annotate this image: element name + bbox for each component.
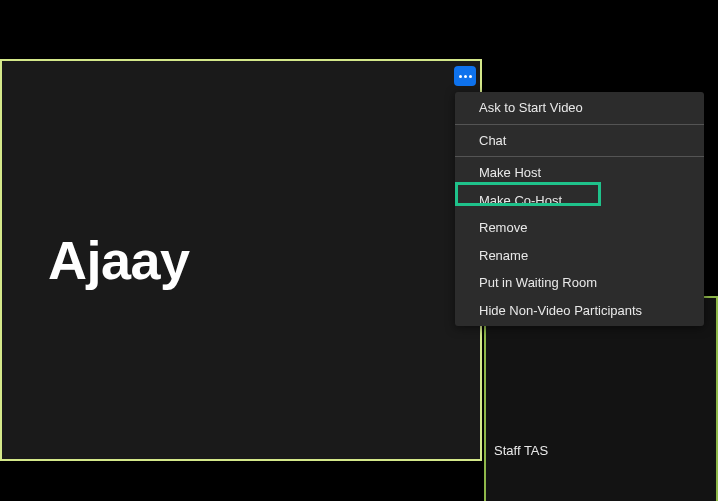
menu-item-ask-start-video[interactable]: Ask to Start Video: [455, 94, 704, 122]
menu-item-rename[interactable]: Rename: [455, 242, 704, 270]
menu-item-hide-nonvideo[interactable]: Hide Non-Video Participants: [455, 297, 704, 325]
menu-item-chat[interactable]: Chat: [455, 127, 704, 155]
menu-item-waiting-room[interactable]: Put in Waiting Room: [455, 269, 704, 297]
more-icon: [459, 75, 472, 78]
menu-item-make-cohost[interactable]: Make Co-Host: [455, 187, 704, 215]
side-participant-label: Staff TAS: [489, 441, 553, 460]
menu-separator: [455, 124, 704, 125]
more-options-button[interactable]: [454, 66, 476, 86]
menu-item-remove[interactable]: Remove: [455, 214, 704, 242]
side-participant-tile[interactable]: [484, 296, 718, 501]
menu-separator: [455, 156, 704, 157]
main-participant-tile[interactable]: Ajaay: [0, 59, 482, 461]
participant-context-menu: Ask to Start Video Chat Make Host Make C…: [455, 92, 704, 326]
participant-name: Ajaay: [48, 229, 190, 291]
menu-item-make-host[interactable]: Make Host: [455, 159, 704, 187]
